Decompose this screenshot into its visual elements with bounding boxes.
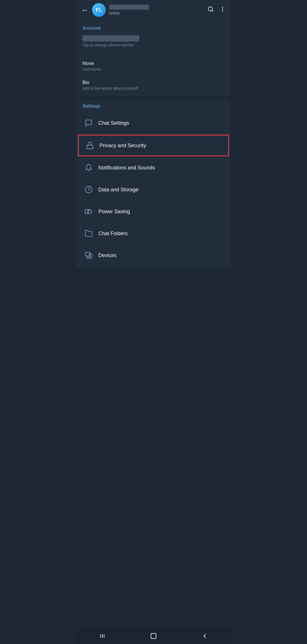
battery-icon — [82, 205, 95, 218]
svg-point-2 — [222, 7, 223, 8]
phone-number-row[interactable]: Tap to change phone number — [82, 35, 225, 52]
svg-rect-5 — [87, 145, 93, 149]
phone-hint: Tap to change phone number — [82, 43, 225, 47]
settings-item-chat-settings[interactable]: Chat Settings — [77, 112, 230, 134]
settings-item-chat-folders[interactable]: Chat Folders — [77, 223, 230, 245]
header-username-blurred — [109, 5, 149, 10]
svg-line-1 — [212, 10, 213, 11]
data-storage-label: Data and Storage — [98, 187, 138, 193]
bell-icon — [82, 161, 95, 174]
username-value: None — [82, 61, 225, 66]
back-button-nav[interactable] — [201, 633, 208, 639]
settings-item-notifications[interactable]: Notifications and Sounds — [77, 157, 230, 179]
username-label: Username — [82, 67, 225, 71]
bottom-navigation — [77, 628, 230, 644]
bio-value: Bio — [82, 80, 225, 85]
settings-item-power-saving[interactable]: Power Saving — [77, 201, 230, 223]
svg-rect-17 — [151, 633, 156, 639]
more-options-icon[interactable] — [219, 6, 226, 14]
power-saving-label: Power Saving — [98, 209, 130, 215]
chat-folders-label: Chat Folders — [98, 231, 128, 237]
header-status: online — [109, 11, 204, 15]
svg-point-3 — [222, 9, 223, 10]
account-section-title: Account — [82, 26, 225, 31]
privacy-security-label: Privacy and Security — [99, 143, 146, 149]
bio-row[interactable]: Bio Add a few words about yourself — [82, 76, 225, 95]
devices-icon — [82, 249, 95, 262]
folder-icon — [82, 227, 95, 240]
svg-point-4 — [222, 11, 223, 12]
chat-icon — [82, 117, 95, 129]
home-button[interactable] — [150, 633, 157, 639]
account-section: Account Tap to change phone number None … — [77, 20, 230, 97]
settings-item-devices[interactable]: Devices — [77, 245, 230, 266]
settings-item-privacy-security[interactable]: Privacy and Security — [78, 135, 229, 156]
notifications-label: Notifications and Sounds — [98, 165, 155, 171]
devices-label: Devices — [98, 253, 117, 259]
lock-icon — [84, 139, 96, 152]
username-row[interactable]: None Username — [82, 57, 225, 76]
header: ← FL online — [77, 0, 230, 20]
header-actions — [208, 6, 226, 14]
settings-item-data-storage[interactable]: Data and Storage — [77, 179, 230, 201]
settings-section: Settings Chat Settings Privacy and Secur… — [77, 99, 230, 268]
chat-settings-label: Chat Settings — [98, 120, 129, 126]
settings-section-title: Settings — [77, 104, 230, 112]
search-icon[interactable] — [208, 6, 214, 14]
clock-icon — [82, 183, 95, 196]
header-info: online — [109, 5, 204, 15]
recent-apps-button[interactable] — [99, 633, 106, 639]
bio-hint: Add a few words about yourself — [82, 86, 225, 91]
avatar[interactable]: FL — [92, 3, 106, 17]
back-button[interactable]: ← — [81, 6, 89, 15]
phone-number-blurred — [82, 35, 139, 42]
